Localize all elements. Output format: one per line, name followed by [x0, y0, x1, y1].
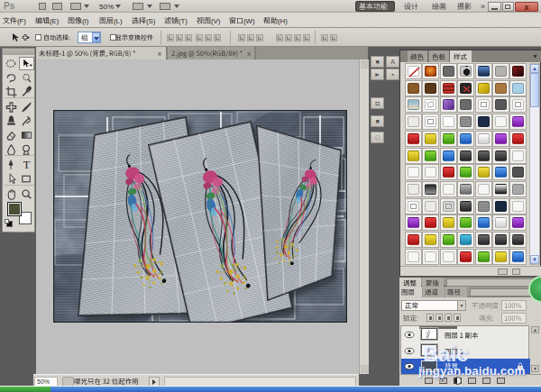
svg-text:(F): (F): [17, 17, 26, 25]
svg-text:(E): (E): [50, 17, 60, 25]
svg-text:(S): (S): [146, 17, 156, 25]
svg-text:(T): (T): [179, 17, 188, 25]
svg-text:(L): (L): [114, 17, 123, 25]
svg-text:(W): (W): [243, 17, 255, 25]
svg-text:(H): (H): [278, 17, 288, 25]
svg-text:(I): (I): [82, 17, 89, 25]
svg-text:T: T: [23, 159, 31, 171]
svg-text:(V): (V): [211, 17, 221, 25]
